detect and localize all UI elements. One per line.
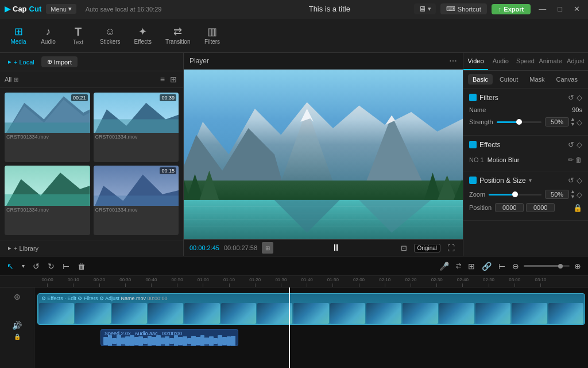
position-y-input[interactable]: 0000 (526, 203, 555, 212)
media-item[interactable]: 00:39 CRST001334.mov (94, 93, 179, 162)
zoom-level-badge[interactable]: Original (414, 244, 440, 252)
right-panel-tabs: Video Audio Speed Animate Adjust (463, 53, 588, 71)
zoom-slider-thumb[interactable] (558, 264, 563, 269)
ruler-marks: 00:00 00:10 00:20 00:30 00:40 00:50 01:0… (34, 276, 554, 287)
toolbar-audio[interactable]: ♪ Audio (34, 24, 62, 47)
fullscreen-button[interactable]: ⛶ (445, 243, 457, 254)
subtab-canvas[interactable]: Canvas (552, 74, 582, 85)
zoom-thumb[interactable] (512, 191, 518, 197)
left-tabs: ▸ + Local ⊕ Import (0, 53, 183, 71)
zoom-input[interactable]: 50% (545, 190, 569, 199)
position-lock-button[interactable]: 🔒 (573, 204, 582, 212)
filters-copy-button[interactable]: ◇ (577, 93, 582, 102)
filters-checkbox[interactable] (469, 94, 477, 101)
strength-thumb[interactable] (516, 119, 522, 125)
delete-button[interactable]: 🗑 (75, 260, 88, 272)
effect-number: NO 1 (469, 156, 484, 163)
menu-button[interactable]: Menu ▾ (46, 4, 76, 14)
split-button[interactable]: ⊢ (60, 260, 72, 272)
filters-reset-button[interactable]: ↺ (568, 93, 574, 102)
strength-reset-button[interactable]: ◇ (577, 118, 582, 126)
monitor-button[interactable]: 🖥 ▾ (414, 3, 436, 14)
track-select-button[interactable]: ⊞ (466, 260, 477, 272)
ruler-line (47, 283, 48, 287)
toolbar-text[interactable]: T Text (64, 24, 92, 48)
strength-stepper: ▲ ▼ (570, 117, 575, 127)
zoom-reset-button[interactable]: ◇ (577, 190, 582, 199)
sub-tabs: Basic Cutout Mask Canvas (463, 71, 588, 89)
split2-button[interactable]: ⊢ (496, 260, 508, 272)
toolbar-effects[interactable]: ✦ Effects (129, 24, 157, 47)
audio-label: Audio (41, 39, 56, 45)
player-header: Player ⋯ (184, 53, 463, 70)
ruler-mark: 02:20 (398, 277, 424, 287)
toolbar-stickers[interactable]: ☺ Stickers (94, 24, 126, 47)
ruler-time: 00:40 (145, 277, 157, 282)
filters-label: Filters (204, 39, 220, 45)
extract-audio-button[interactable]: ⇄ (454, 261, 463, 271)
effect-edit-button[interactable]: ✏ (568, 156, 574, 164)
cursor-tool[interactable]: ↖ (5, 260, 16, 272)
nav-library[interactable]: ▸ + Library (5, 243, 179, 254)
import-button[interactable]: ⊕ Import (41, 56, 78, 67)
shortcut-button[interactable]: ⌨ Shortcut (440, 3, 487, 14)
position-x-input[interactable]: 0000 (495, 203, 524, 212)
position-copy-button[interactable]: ◇ (577, 176, 582, 185)
link-button[interactable]: 🔗 (479, 260, 494, 272)
toolbar-transition[interactable]: ⇄ Transition (160, 24, 196, 47)
filters-strength-slider[interactable] (497, 121, 541, 123)
grid-view-button[interactable]: ⊞ (168, 74, 179, 85)
timeline-zoom-slider[interactable] (524, 265, 570, 267)
redo-button[interactable]: ↻ (45, 260, 57, 272)
toolbar-filters[interactable]: ▥ Filters (199, 24, 226, 47)
strength-down[interactable]: ▼ (570, 122, 575, 127)
player-menu-button[interactable]: ⋯ (449, 56, 457, 66)
tab-speed[interactable]: Speed (513, 53, 537, 70)
effects-checkbox[interactable] (469, 141, 477, 148)
video-clip[interactable]: ⚙ Effects · Edit ⚙ Filters ⚙ Adjust Name… (37, 293, 585, 325)
tab-video[interactable]: Video (463, 53, 488, 70)
effects-reset-button[interactable]: ↺ (568, 140, 574, 149)
zoom-slider[interactable] (489, 194, 541, 195)
autosave-text: Auto save local at 16:30:29 (86, 6, 245, 13)
export-button[interactable]: ↑ Export (492, 4, 531, 14)
subtab-cutout[interactable]: Cutout (495, 74, 523, 85)
main-toolbar: ⊞ Media ♪ Audio T Text ☺ Stickers ✦ Effe… (0, 18, 588, 53)
minimize-button[interactable]: — (535, 5, 550, 13)
tab-animate[interactable]: Animate (537, 53, 563, 70)
list-view-button[interactable]: ≡ (158, 74, 167, 85)
tab-adjust[interactable]: Adjust (563, 53, 588, 70)
position-checkbox[interactable] (469, 177, 477, 184)
arrow-dropdown[interactable]: ▾ (20, 262, 27, 270)
nav-local[interactable]: ▸ + Local (5, 56, 38, 67)
effect-delete-button[interactable]: 🗑 (575, 156, 582, 164)
strength-input[interactable]: 50% (545, 117, 569, 126)
subtab-basic[interactable]: Basic (468, 74, 493, 85)
zoom-track[interactable] (489, 194, 541, 195)
audio-clip[interactable]: Speed 2.0x Audio.aac 00:00:00 (100, 329, 238, 346)
media-item[interactable]: 00:15 CRST001334.mov (94, 166, 179, 235)
position-reset-button[interactable]: ↺ (568, 176, 574, 185)
close-button[interactable]: ✕ (570, 5, 583, 13)
zoom-out-button[interactable]: ⊖ (510, 260, 521, 272)
add-track-button[interactable]: ⊕ (14, 292, 21, 301)
zoom-down[interactable]: ▼ (570, 194, 575, 200)
grid-overlay-button[interactable]: ⊞ (262, 242, 273, 254)
audio-track-button[interactable]: 🔊 (12, 321, 22, 330)
mic-button[interactable]: 🎤 (437, 260, 451, 272)
clip-frame (439, 303, 474, 324)
toolbar-media[interactable]: ⊞ Media (5, 24, 32, 47)
playhead[interactable] (289, 288, 290, 368)
zoom-in-button[interactable]: ⊕ (572, 260, 583, 272)
maximize-button[interactable]: □ (554, 5, 566, 13)
fullscreen-preview-button[interactable]: ⊡ (399, 243, 409, 254)
clip-frame (548, 303, 583, 324)
strength-track[interactable] (497, 121, 541, 123)
play-button[interactable]: ⏸ (331, 243, 341, 253)
media-item[interactable]: 00:21 CRST001334.mov (5, 93, 90, 162)
subtab-mask[interactable]: Mask (525, 74, 549, 85)
tab-audio[interactable]: Audio (488, 53, 513, 70)
effects-copy-button[interactable]: ◇ (577, 140, 582, 149)
media-item[interactable]: CRST001334.mov (5, 166, 90, 235)
undo-button[interactable]: ↺ (30, 260, 42, 272)
